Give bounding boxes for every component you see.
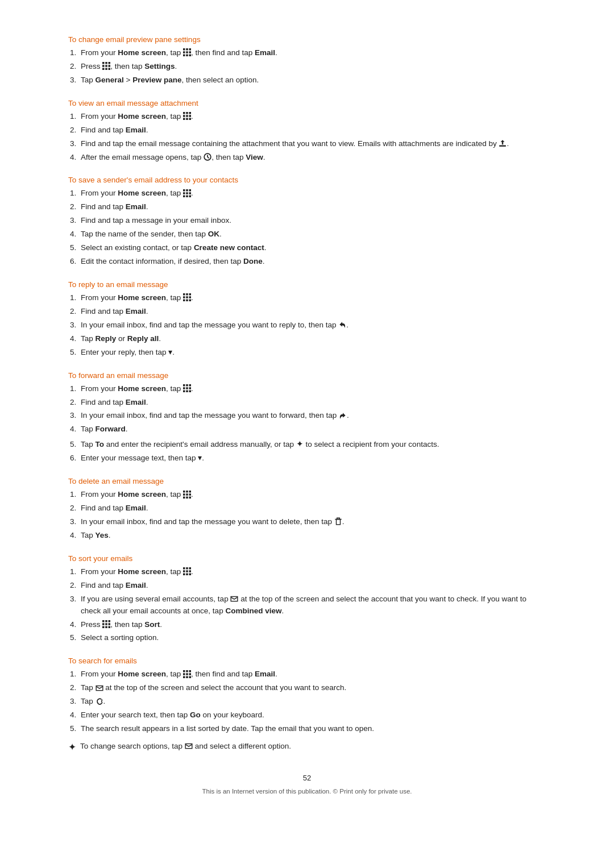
svg-rect-13 — [106, 65, 108, 68]
svg-rect-22 — [186, 115, 188, 117]
svg-rect-3 — [183, 52, 185, 54]
svg-rect-69 — [337, 518, 339, 520]
svg-rect-74 — [186, 571, 188, 573]
step: Find and tap the email message containin… — [78, 138, 546, 150]
svg-rect-71 — [186, 567, 188, 570]
svg-rect-0 — [183, 48, 185, 51]
svg-rect-24 — [183, 118, 185, 121]
svg-rect-80 — [102, 620, 105, 622]
section-title-view-attachment: To view an email message attachment — [68, 99, 546, 107]
svg-rect-5 — [189, 52, 192, 54]
svg-rect-46 — [183, 300, 185, 302]
step: Find and tap a message in your email inb… — [78, 215, 546, 227]
svg-rect-89 — [183, 670, 185, 672]
steps-forward-email: From your Home screen, tap . Find and ta… — [78, 383, 546, 465]
svg-rect-38 — [186, 195, 188, 197]
steps-sort-emails: From your Home screen, tap . Find and ta… — [78, 566, 546, 645]
step: Tap Reply or Reply all. — [78, 333, 546, 345]
svg-rect-36 — [189, 192, 192, 194]
svg-rect-97 — [189, 676, 192, 678]
svg-rect-91 — [189, 670, 192, 672]
step: Tap Forward. — [78, 423, 546, 435]
svg-line-99 — [101, 699, 102, 702]
svg-rect-78 — [189, 574, 192, 576]
svg-rect-10 — [106, 62, 108, 64]
svg-rect-49 — [183, 384, 185, 387]
svg-rect-4 — [186, 52, 188, 54]
svg-rect-37 — [183, 195, 185, 197]
svg-rect-19 — [186, 112, 188, 114]
svg-rect-16 — [106, 68, 108, 70]
svg-rect-55 — [183, 391, 185, 393]
step: Tap General > Preview pane, then select … — [78, 74, 546, 86]
step: In your email inbox, find and tap the me… — [78, 410, 546, 422]
svg-rect-93 — [186, 673, 188, 675]
svg-rect-48 — [189, 300, 192, 302]
svg-rect-83 — [102, 623, 105, 625]
svg-rect-62 — [186, 493, 188, 496]
svg-rect-75 — [189, 571, 192, 573]
svg-rect-34 — [183, 192, 185, 194]
svg-rect-21 — [183, 115, 185, 117]
tip-icon: ✦ — [68, 741, 76, 753]
svg-rect-50 — [186, 384, 188, 387]
step: Find and tap Email. — [78, 201, 546, 213]
section-view-attachment: To view an email message attachment From… — [68, 99, 546, 164]
svg-rect-90 — [186, 670, 188, 672]
svg-rect-64 — [183, 496, 185, 499]
section-title-delete-email: To delete an email message — [68, 477, 546, 485]
svg-rect-31 — [183, 189, 185, 192]
svg-rect-77 — [186, 574, 188, 576]
svg-rect-18 — [183, 112, 185, 114]
step: From your Home screen, tap . — [78, 566, 546, 578]
tip-text: To change search options, tap and select… — [80, 741, 291, 752]
svg-rect-60 — [189, 491, 192, 493]
step: Press , then tap Settings. — [78, 61, 546, 73]
section-title-forward-email: To forward an email message — [68, 371, 546, 380]
step: Tap at the top of the screen and select … — [78, 682, 546, 694]
section-save-sender: To save a sender's email address to your… — [68, 176, 546, 268]
svg-rect-73 — [183, 571, 185, 573]
svg-rect-8 — [189, 55, 192, 57]
tip-row: ✦ To change search options, tap and sele… — [68, 741, 546, 753]
step: Edit the contact information, if desired… — [78, 256, 546, 268]
svg-rect-96 — [186, 676, 188, 678]
step: Find and tap Email. — [78, 580, 546, 592]
steps-search-emails: From your Home screen, tap , then find a… — [78, 668, 546, 735]
section-title-save-sender: To save a sender's email address to your… — [68, 176, 546, 184]
svg-rect-66 — [189, 496, 192, 499]
svg-rect-67 — [336, 520, 340, 525]
svg-rect-45 — [189, 297, 192, 299]
svg-rect-17 — [109, 68, 111, 70]
svg-rect-25 — [186, 118, 188, 121]
step: After the email message opens, tap , the… — [78, 152, 546, 164]
step: If you are using several email accounts,… — [78, 593, 546, 617]
svg-rect-9 — [102, 62, 105, 64]
section-change-preview: To change email preview pane settings Fr… — [68, 35, 546, 86]
svg-rect-76 — [183, 574, 185, 576]
page-number: 52 — [68, 774, 546, 782]
svg-rect-33 — [189, 189, 192, 192]
svg-rect-87 — [106, 626, 108, 628]
svg-rect-15 — [102, 68, 105, 70]
svg-rect-53 — [186, 387, 188, 389]
svg-rect-58 — [183, 491, 185, 493]
section-search-emails: To search for emails From your Home scre… — [68, 657, 546, 735]
svg-rect-40 — [183, 293, 185, 296]
svg-rect-65 — [186, 496, 188, 499]
svg-rect-7 — [186, 55, 188, 57]
section-title-search-emails: To search for emails — [68, 657, 546, 665]
step: From your Home screen, tap . — [78, 111, 546, 123]
svg-rect-32 — [186, 189, 188, 192]
step: Tap To and enter the recipient's email a… — [78, 437, 546, 451]
step: Tap . — [78, 696, 546, 708]
svg-rect-81 — [106, 620, 108, 622]
step: From your Home screen, tap , then find a… — [78, 668, 546, 680]
section-title-sort-emails: To sort your emails — [68, 554, 546, 563]
section-title-reply-email: To reply to an email message — [68, 280, 546, 289]
svg-rect-41 — [186, 293, 188, 296]
svg-rect-20 — [189, 112, 192, 114]
svg-rect-14 — [109, 65, 111, 68]
section-reply-email: To reply to an email message From your H… — [68, 280, 546, 359]
svg-rect-52 — [183, 387, 185, 389]
